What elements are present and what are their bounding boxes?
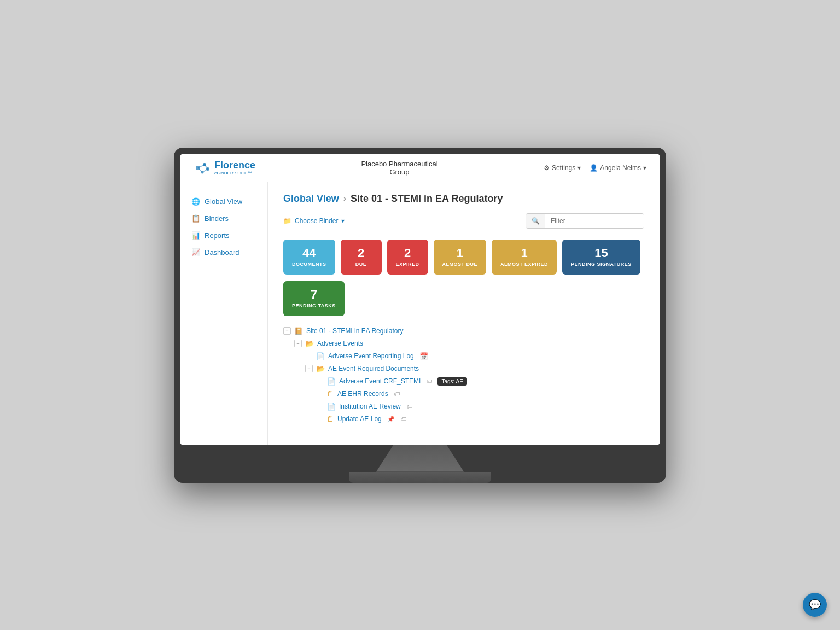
pdf-icon-institution-ae: 📄 [327, 402, 336, 411]
tree-toggle-root[interactable]: − [283, 327, 291, 335]
app-header: Florence eBINDER SUITE™ Placebo Pharmace… [180, 154, 660, 182]
tree-label-ae-required-docs[interactable]: AE Event Required Documents [328, 365, 419, 372]
binders-icon: 📋 [191, 214, 200, 223]
reports-icon: 📊 [191, 231, 200, 240]
settings-chevron-icon: ▾ [578, 164, 581, 172]
stat-due[interactable]: 2 DUE [341, 240, 382, 275]
folder-icon-adverse-events: 📂 [305, 340, 314, 348]
filter-input[interactable] [545, 214, 644, 228]
stat-expired-label: EXPIRED [396, 261, 419, 267]
search-button[interactable]: 🔍 [526, 214, 545, 228]
tag-icon-institution-ae[interactable]: 🏷 [406, 403, 412, 410]
stat-almost-due-label: ALMOST DUE [442, 261, 478, 267]
binder-small-icon: 📁 [283, 217, 291, 225]
tag-icon-crf[interactable]: 🏷 [426, 378, 432, 384]
tree-label-ehr-records[interactable]: AE EHR Records [337, 390, 388, 398]
stat-almost-expired-number: 1 [500, 247, 548, 259]
breadcrumb: Global View › Site 01 - STEMI in EA Regu… [283, 193, 644, 205]
tree-item-adverse-events: − 📂 Adverse Events [283, 337, 644, 350]
folder-icon-ae-required: 📂 [316, 365, 325, 373]
stat-pending-signatures-number: 15 [571, 247, 632, 259]
stat-expired-number: 2 [396, 247, 419, 259]
sidebar-label-binders: Binders [205, 214, 229, 223]
tree-label-adverse-events[interactable]: Adverse Events [317, 340, 363, 347]
binder-tree-icon: 📔 [294, 327, 303, 335]
pin-icon-update-ae: 📌 [387, 416, 395, 423]
tree-item-institution-ae-review: 📄 Institution AE Review 🏷 [283, 400, 644, 413]
logo-brand: Florence [214, 160, 255, 171]
tree-label-root[interactable]: Site 01 - STEMI in EA Regulatory [306, 327, 403, 335]
logo: Florence eBINDER SUITE™ [194, 160, 255, 176]
binder-chevron-icon: ▾ [341, 217, 345, 225]
tag-badge-ae: Tags: AE [438, 377, 466, 386]
breadcrumb-separator: › [343, 194, 346, 203]
user-icon: 👤 [590, 164, 598, 172]
stat-due-label: DUE [349, 261, 373, 267]
search-icon: 🔍 [532, 217, 540, 225]
screen: Florence eBINDER SUITE™ Placebo Pharmace… [180, 154, 660, 445]
chat-fab-button[interactable]: 💬 [803, 593, 827, 617]
svg-line-7 [198, 168, 202, 172]
main-content: Global View › Site 01 - STEMI in EA Regu… [268, 182, 660, 445]
tree-item-crf-stemi: 📄 Adverse Event CRF_STEMI 🏷 Tags: AE [283, 375, 644, 388]
stat-pending-tasks[interactable]: 7 PENDING TASKS [283, 281, 345, 316]
monitor-base [349, 472, 491, 483]
stat-almost-due-number: 1 [442, 247, 478, 259]
stats-row-2: 7 PENDING TASKS [283, 281, 644, 316]
globe-icon: 🌐 [191, 197, 200, 206]
tree-item-root: − 📔 Site 01 - STEMI in EA Regulatory [283, 325, 644, 337]
stat-pending-signatures-label: PENDING SIGNATURES [571, 261, 632, 267]
pdf-icon-reporting-log: 📄 [316, 352, 325, 360]
sidebar-item-global-view[interactable]: 🌐 Global View [180, 193, 267, 210]
stat-documents-number: 44 [292, 247, 326, 259]
stat-pending-tasks-label: PENDING TASKS [292, 303, 336, 308]
tree-item-ae-required-docs: − 📂 AE Event Required Documents [283, 363, 644, 375]
tree-label-crf-stemi[interactable]: Adverse Event CRF_STEMI [339, 377, 421, 385]
stat-documents-label: DOCUMENTS [292, 261, 326, 267]
stat-pending-tasks-number: 7 [292, 289, 336, 301]
user-menu[interactable]: 👤 Angela Nelms ▾ [590, 164, 646, 172]
tree-item-ehr-records: 🗒 AE EHR Records 🏷 [283, 388, 644, 400]
stat-documents[interactable]: 44 DOCUMENTS [283, 240, 335, 275]
app-body: 🌐 Global View 📋 Binders 📊 Reports 📈 Dash… [180, 182, 660, 445]
dashboard-icon: 📈 [191, 248, 200, 256]
settings-menu[interactable]: ⚙ Settings ▾ [544, 164, 581, 172]
choose-binder-button[interactable]: 📁 Choose Binder ▾ [283, 217, 345, 225]
tree-label-update-ae-log[interactable]: Update AE Log [337, 415, 382, 423]
stat-almost-expired[interactable]: 1 ALMOST EXPIRED [492, 240, 557, 275]
florence-logo-icon [194, 160, 211, 176]
header-right: ⚙ Settings ▾ 👤 Angela Nelms ▾ [544, 164, 646, 172]
stats-row: 44 DOCUMENTS 2 DUE 2 EXPIRED 1 ALMOST DU… [283, 240, 644, 275]
stat-due-number: 2 [349, 247, 373, 259]
calendar-icon-reporting-log[interactable]: 📅 [419, 352, 428, 360]
tree-label-institution-ae-review[interactable]: Institution AE Review [339, 402, 401, 410]
checklist-icon-ehr: 🗒 [327, 390, 334, 398]
breadcrumb-parent[interactable]: Global View [283, 193, 339, 205]
svg-line-5 [205, 165, 208, 169]
stat-pending-signatures[interactable]: 15 PENDING SIGNATURES [562, 240, 640, 275]
user-chevron-icon: ▾ [643, 164, 646, 172]
svg-line-6 [202, 169, 208, 172]
sidebar-item-dashboard[interactable]: 📈 Dashboard [180, 244, 267, 261]
logo-text-group: Florence eBINDER SUITE™ [214, 160, 255, 176]
sidebar-item-reports[interactable]: 📊 Reports [180, 227, 267, 244]
tree-label-reporting-log[interactable]: Adverse Event Reporting Log [328, 352, 414, 360]
tree-item-update-ae-log: 🗒 Update AE Log 📌 🏷 [283, 413, 644, 425]
tag-icon-update-ae[interactable]: 🏷 [400, 416, 406, 422]
sidebar-label-reports: Reports [205, 231, 230, 240]
monitor-stand [376, 445, 464, 472]
chat-icon: 💬 [809, 599, 821, 611]
pdf-icon-crf-stemi: 📄 [327, 377, 336, 386]
stat-expired[interactable]: 2 EXPIRED [387, 240, 428, 275]
sidebar-label-global-view: Global View [205, 197, 242, 206]
org-name: Placebo Pharmaceutical Group [361, 160, 438, 176]
tree-toggle-adverse-events[interactable]: − [294, 340, 302, 347]
tree-toggle-ae-required-docs[interactable]: − [305, 365, 313, 372]
sidebar-item-binders[interactable]: 📋 Binders [180, 210, 267, 227]
stat-almost-due[interactable]: 1 ALMOST DUE [434, 240, 487, 275]
tree-section: − 📔 Site 01 - STEMI in EA Regulatory − 📂… [283, 325, 644, 425]
checklist-icon-update-ae: 🗒 [327, 415, 334, 423]
filter-area: 🔍 [526, 213, 644, 229]
toolbar: 📁 Choose Binder ▾ 🔍 [283, 213, 644, 229]
tag-icon-ehr[interactable]: 🏷 [394, 390, 400, 397]
